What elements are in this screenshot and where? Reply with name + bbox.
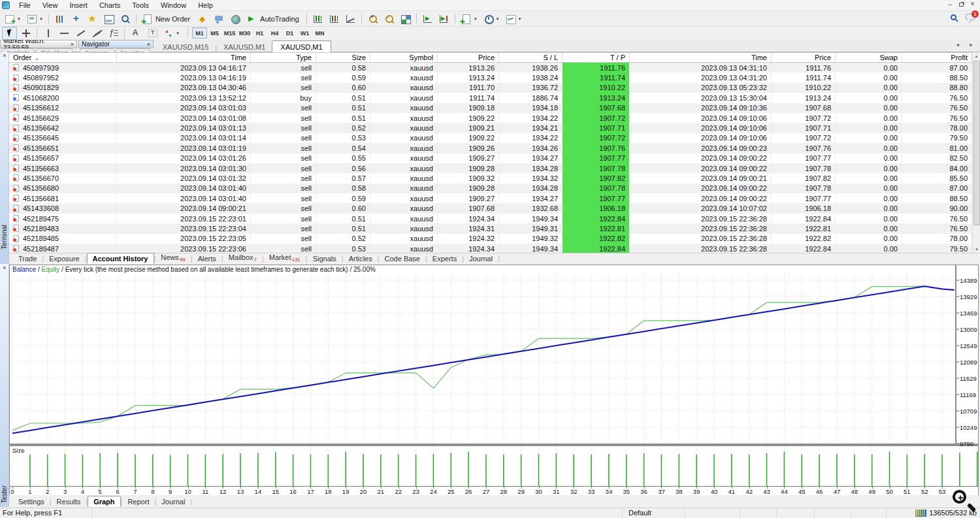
menu-item-view[interactable]: View bbox=[37, 1, 64, 10]
table-row[interactable]: 4513566452023.09.14 03:01:14sell0.53xauu… bbox=[9, 133, 972, 143]
line-chart-button[interactable] bbox=[343, 12, 358, 25]
templates-button[interactable]: ▼ bbox=[503, 12, 524, 25]
horizontal-line-button[interactable] bbox=[57, 27, 72, 40]
terminal-tab-market[interactable]: Market131 bbox=[264, 252, 306, 264]
terminal-tab-articles[interactable]: Articles bbox=[344, 253, 378, 264]
notifications-icon[interactable]: 1 bbox=[966, 14, 975, 20]
navigator-button[interactable] bbox=[85, 12, 100, 25]
arrows-button[interactable]: ▼ bbox=[161, 27, 182, 40]
menu-item-help[interactable]: Help bbox=[192, 1, 219, 10]
timeframe-h1[interactable]: H1 bbox=[252, 27, 267, 39]
terminal-button[interactable] bbox=[101, 12, 116, 25]
timeframe-m15[interactable]: M15 bbox=[222, 27, 237, 39]
column-header-price-9[interactable]: Price bbox=[772, 53, 836, 62]
timeframe-h4[interactable]: H4 bbox=[267, 27, 282, 39]
tile-windows-button[interactable] bbox=[398, 12, 413, 25]
timeframe-m1[interactable]: M1 bbox=[192, 27, 207, 39]
market-watch-button[interactable] bbox=[52, 12, 67, 25]
tester-tab-report[interactable]: Report bbox=[122, 496, 154, 507]
tester-tab-results[interactable]: Results bbox=[52, 496, 86, 507]
timeframe-w1[interactable]: W1 bbox=[297, 27, 312, 39]
table-row[interactable]: 4508979522023.09.13 04:16:19sell0.59xauu… bbox=[9, 73, 972, 82]
table-row[interactable]: 4513566292023.09.14 03:01:08sell0.51xauu… bbox=[9, 113, 972, 123]
table-row[interactable]: 4513566812023.09.14 03:01:40sell0.59xauu… bbox=[9, 193, 972, 203]
tab-scroll-left-icon[interactable] bbox=[955, 42, 964, 47]
table-row[interactable]: 4513566802023.09.14 03:01:40sell0.58xauu… bbox=[9, 184, 972, 193]
crosshair-button[interactable] bbox=[18, 27, 33, 40]
table-row[interactable]: 4513566122023.09.14 03:01:03sell0.51xauu… bbox=[9, 103, 972, 113]
trendline-button[interactable] bbox=[73, 27, 88, 40]
chat-button[interactable] bbox=[212, 12, 227, 25]
terminal-tab-news[interactable]: News99 bbox=[155, 252, 190, 264]
auto-scroll-button[interactable] bbox=[420, 12, 435, 25]
market-watch-titlebar[interactable]: Market Watch: 23:59:59 × bbox=[0, 40, 77, 48]
tester-tab-graph[interactable]: Graph bbox=[88, 496, 120, 507]
strategy-tester-button[interactable] bbox=[118, 12, 133, 25]
terminal-tab-signals[interactable]: Signals bbox=[308, 253, 342, 264]
chart-tab-xauusd-m1-1[interactable]: XAUUSD,M1 bbox=[217, 42, 272, 52]
table-row[interactable]: 4521894872023.09.15 22:23:06sell0.53xauu… bbox=[9, 244, 972, 253]
scroll-thumb[interactable] bbox=[973, 61, 980, 225]
vertical-line-button[interactable] bbox=[41, 27, 56, 40]
menu-item-insert[interactable]: Insert bbox=[63, 1, 93, 10]
terminal-tab-code-base[interactable]: Code Base bbox=[380, 253, 425, 264]
terminal-tab-exposure[interactable]: Exposure bbox=[44, 253, 84, 264]
new-order-button[interactable]: New Order bbox=[140, 12, 194, 25]
column-header-time-8[interactable]: Time bbox=[630, 53, 772, 62]
table-row[interactable]: 4513566702023.09.14 03:01:32sell0.57xauu… bbox=[9, 173, 972, 183]
table-row[interactable]: 4508979392023.09.13 04:16:17sell0.58xauu… bbox=[9, 63, 972, 73]
chart-tab-xauusd-m15-0[interactable]: XAUUSD,M15 bbox=[156, 42, 215, 52]
menu-item-charts[interactable]: Charts bbox=[93, 1, 126, 10]
menu-item-tools[interactable]: Tools bbox=[126, 1, 155, 10]
terminal-tab-account-history[interactable]: Account History bbox=[87, 253, 154, 264]
search-icon[interactable] bbox=[951, 14, 956, 20]
timeframe-m30[interactable]: M30 bbox=[237, 27, 252, 39]
menu-item-file[interactable]: File bbox=[13, 1, 37, 10]
table-row[interactable]: 4513566632023.09.14 03:01:30sell0.56xauu… bbox=[9, 163, 972, 173]
market-watch-close-icon[interactable]: × bbox=[71, 41, 74, 48]
restore-button[interactable] bbox=[956, 0, 967, 9]
indicators-button[interactable]: ▼ bbox=[459, 12, 480, 25]
table-row[interactable]: 4521894752023.09.15 22:23:01sell0.51xauu… bbox=[9, 214, 972, 223]
autotrading-button[interactable]: AutoTrading bbox=[244, 12, 303, 25]
cursor-button[interactable] bbox=[2, 27, 17, 40]
fibonacci-button[interactable] bbox=[106, 27, 121, 40]
table-row[interactable]: 4513566422023.09.14 03:01:13sell0.52xauu… bbox=[9, 123, 972, 133]
new-chart-button[interactable]: ▼ bbox=[2, 12, 23, 25]
text-label-button[interactable] bbox=[144, 27, 159, 40]
navigator-titlebar[interactable]: Navigator × bbox=[78, 40, 154, 48]
column-header-swap-10[interactable]: Swap bbox=[836, 53, 902, 62]
terminal-close-icon[interactable] bbox=[0, 52, 9, 61]
chart-shift-button[interactable] bbox=[436, 12, 451, 25]
terminal-tab-mailbox[interactable]: Mailbox7 bbox=[223, 252, 262, 264]
table-row[interactable]: 4513566512023.09.14 03:01:19sell0.54xauu… bbox=[9, 143, 972, 153]
zoom-out-button[interactable] bbox=[382, 12, 397, 25]
column-header-type-2[interactable]: Type bbox=[251, 53, 316, 62]
scroll-up-icon[interactable] bbox=[973, 52, 980, 60]
metaeditor-button[interactable] bbox=[195, 12, 210, 25]
column-header-order-0[interactable]: Order bbox=[9, 53, 117, 62]
text-button[interactable] bbox=[128, 27, 143, 40]
column-header-price-5[interactable]: Price bbox=[438, 53, 499, 62]
table-row[interactable]: 4509018292023.09.13 04:30:46sell0.60xauu… bbox=[9, 83, 972, 93]
table-row[interactable]: 4513566572023.09.14 03:01:26sell0.55xauu… bbox=[9, 154, 972, 163]
terminal-tab-trade[interactable]: Trade bbox=[13, 253, 42, 264]
table-row[interactable]: 4514336082023.09.14 09:00:21sell0.60xauu… bbox=[9, 203, 972, 213]
column-header-profit-11[interactable]: Profit bbox=[902, 53, 972, 62]
chart-tab-xauusd-m1-2[interactable]: XAUUSD,M1 bbox=[272, 40, 331, 53]
column-header-t-p-7[interactable]: T / P bbox=[563, 53, 630, 62]
table-row[interactable]: 4510682002023.09.13 13:52:12buy0.51xauus… bbox=[9, 93, 972, 103]
column-header-symbol-4[interactable]: Symbol bbox=[370, 53, 438, 62]
column-header-time-1[interactable]: Time bbox=[117, 53, 251, 62]
community-button[interactable] bbox=[228, 12, 243, 25]
tester-close-icon[interactable] bbox=[0, 265, 9, 273]
tester-tab-settings[interactable]: Settings bbox=[13, 496, 50, 507]
terminal-tab-journal[interactable]: Journal bbox=[464, 253, 498, 264]
table-scrollbar[interactable] bbox=[972, 52, 980, 253]
tab-scroll-right-icon[interactable] bbox=[969, 42, 977, 47]
profiles-button[interactable]: ▼ bbox=[24, 12, 45, 25]
zoom-in-button[interactable] bbox=[365, 12, 380, 25]
timeframe-m5[interactable]: M5 bbox=[207, 27, 222, 39]
timeframe-d1[interactable]: D1 bbox=[282, 27, 297, 39]
tester-tab-journal[interactable]: Journal bbox=[156, 496, 190, 507]
